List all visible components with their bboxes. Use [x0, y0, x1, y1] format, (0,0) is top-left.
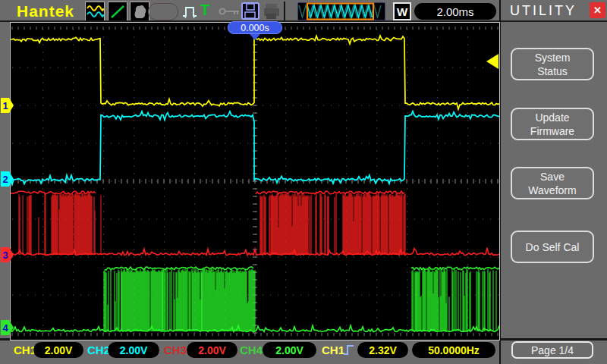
trigger-frequency-readout: 50.0000Hz — [412, 342, 495, 358]
waveform-canvas — [11, 23, 499, 340]
channel-3-marker[interactable]: 3 — [1, 247, 14, 262]
ch3-scale-readout: 2.00V — [187, 342, 237, 358]
trigger-type-label[interactable]: T — [200, 2, 209, 19]
brand-logo: Hantek — [17, 2, 74, 20]
ch2-label: CH2 — [87, 344, 110, 356]
ch2-scale-readout: 2.00V — [108, 342, 159, 358]
button-label-line: Firmware — [530, 124, 574, 138]
svg-text:3: 3 — [2, 249, 8, 261]
trigger-source-label: CH1 — [322, 344, 344, 356]
button-label-line: System — [535, 51, 571, 64]
trigger-position-marker[interactable]: 0.000s — [228, 21, 282, 34]
page-indicator-button[interactable]: Page 1/4 — [511, 341, 593, 359]
line-style-icon[interactable] — [108, 2, 127, 21]
key-lock-icon[interactable] — [219, 6, 241, 20]
status-pill — [148, 3, 178, 20]
trigger-position-pointer[interactable] — [250, 34, 260, 40]
system-status-button[interactable]: System Status — [511, 48, 594, 80]
button-label-line: Waveform — [528, 184, 576, 197]
button-label-line: Save — [540, 170, 565, 184]
svg-text:2: 2 — [2, 174, 8, 185]
close-icon[interactable]: ✕ — [590, 2, 605, 18]
channel-2-marker[interactable]: 2 — [1, 171, 14, 187]
ch3-label: CH3 — [164, 344, 187, 356]
timebase-readout[interactable]: 2.00ms — [414, 3, 496, 20]
do-self-cal-button[interactable]: Do Self Cal — [511, 231, 594, 263]
button-label-line: Status — [537, 64, 568, 78]
rising-edge-icon — [342, 342, 356, 360]
trigger-level-marker[interactable] — [486, 54, 498, 69]
channel-1-marker[interactable]: 1 — [1, 98, 14, 113]
save-waveform-button[interactable]: Save Waveform — [511, 167, 594, 199]
ch4-scale-readout: 2.00V — [263, 342, 316, 358]
channel-waveforms-icon[interactable] — [85, 2, 105, 21]
acquire-mode-indicator[interactable]: W — [393, 2, 411, 20]
ch1-scale-readout: 2.00V — [33, 342, 83, 358]
svg-text:4: 4 — [2, 322, 8, 334]
button-label-line: Do Self Cal — [526, 240, 580, 254]
hand-icon[interactable] — [130, 2, 149, 21]
menu-title: UTILITY — [502, 3, 584, 19]
scope-display — [10, 22, 500, 340]
ch4-label: CH4 — [240, 344, 263, 356]
oscilloscope-screen: Hantek T — [0, 0, 607, 364]
toolbar-divider — [284, 2, 285, 21]
channel-4-marker[interactable]: 4 — [1, 320, 14, 335]
button-label-line: Update — [535, 111, 569, 124]
trigger-level-readout: 2.32V — [357, 342, 408, 358]
update-firmware-button[interactable]: Update Firmware — [511, 108, 594, 140]
svg-text:1: 1 — [2, 100, 8, 111]
